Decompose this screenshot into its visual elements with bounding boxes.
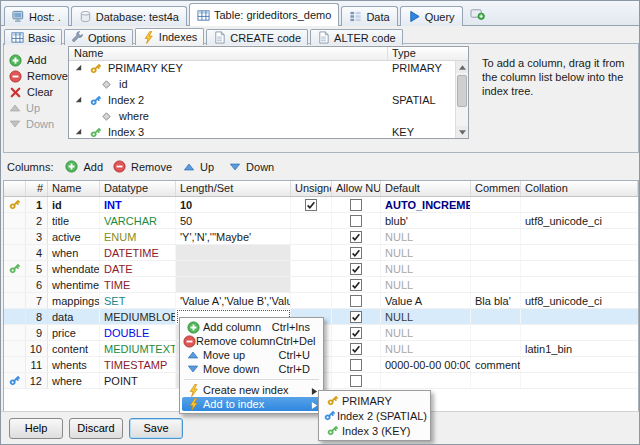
- length-set-cell[interactable]: 10: [176, 197, 291, 212]
- allow-null-cell[interactable]: [332, 197, 381, 212]
- index-tree-row[interactable]: Index 2SPATIAL: [69, 93, 468, 109]
- index-tree-row[interactable]: Index 3KEY: [69, 125, 468, 139]
- default-cell[interactable]: 0000-00-00 00:00:00: [381, 357, 471, 372]
- index-tree-row[interactable]: id: [69, 77, 468, 93]
- comment-cell[interactable]: [471, 373, 521, 388]
- default-cell[interactable]: blub': [381, 213, 471, 228]
- comment-cell[interactable]: [471, 325, 521, 340]
- datatype-cell[interactable]: POINT: [100, 373, 176, 388]
- index-tree-scrollbar[interactable]: [455, 61, 468, 138]
- default-cell[interactable]: NULL: [381, 229, 471, 244]
- columns-add-button[interactable]: Add: [65, 160, 103, 173]
- column-row-title[interactable]: 2titleVARCHAR50blub'utf8_unicode_ci: [4, 213, 638, 229]
- comment-cell[interactable]: [471, 309, 521, 324]
- columns-remove-button[interactable]: Remove: [113, 160, 172, 173]
- new-query-tab-icon[interactable]: [470, 7, 485, 20]
- allow-null-checkbox[interactable]: [350, 359, 362, 371]
- columns-up-button[interactable]: Up: [183, 161, 214, 173]
- column-name-cell[interactable]: title: [48, 213, 100, 228]
- default-cell[interactable]: [381, 373, 471, 388]
- column-header-#[interactable]: #: [26, 181, 48, 196]
- columns-down-button[interactable]: Down: [229, 161, 274, 173]
- allow-null-checkbox[interactable]: [350, 231, 362, 243]
- menu-item-add-column[interactable]: Add columnCtrl+Ins: [182, 320, 321, 334]
- unsigned-cell[interactable]: [291, 213, 332, 228]
- allow-null-checkbox[interactable]: [350, 311, 362, 323]
- allow-null-cell[interactable]: [332, 341, 381, 356]
- index-remove-button[interactable]: Remove: [9, 68, 68, 84]
- length-set-cell[interactable]: 'Value A','Value B','Value C': [176, 293, 291, 308]
- allow-null-cell[interactable]: [332, 261, 381, 276]
- column-header-name[interactable]: Name: [48, 181, 100, 196]
- allow-null-cell[interactable]: [332, 213, 381, 228]
- comment-cell[interactable]: comment: [471, 357, 521, 372]
- datatype-cell[interactable]: ENUM: [100, 229, 176, 244]
- column-name-cell[interactable]: id: [48, 197, 100, 212]
- column-header-allow-null[interactable]: Allow NULL: [332, 181, 381, 196]
- allow-null-checkbox[interactable]: [350, 343, 362, 355]
- comment-cell[interactable]: [471, 341, 521, 356]
- allow-null-checkbox[interactable]: [350, 247, 362, 259]
- allow-null-checkbox[interactable]: [350, 199, 362, 211]
- default-cell[interactable]: Value A: [381, 293, 471, 308]
- sub-tab-basic[interactable]: Basic: [4, 29, 62, 45]
- main-tab-database-test4a[interactable]: Database: test4a: [71, 6, 187, 26]
- datatype-cell[interactable]: DATE: [100, 261, 176, 276]
- sub-tab-alter-code[interactable]: ALTER code: [310, 29, 403, 45]
- unsigned-cell[interactable]: [291, 261, 332, 276]
- allow-null-cell[interactable]: [332, 357, 381, 372]
- datatype-cell[interactable]: INT: [100, 197, 176, 212]
- menu-item-move-up[interactable]: Move upCtrl+U: [182, 348, 321, 362]
- default-cell[interactable]: NULL: [381, 245, 471, 260]
- menu-item-create-new-index[interactable]: Create new index: [182, 383, 321, 397]
- datatype-cell[interactable]: DOUBLE: [100, 325, 176, 340]
- column-row-when[interactable]: 4whenDATETIMENULL: [4, 245, 638, 261]
- default-cell[interactable]: NULL: [381, 341, 471, 356]
- column-row-whendate[interactable]: 5whendateDATENULL: [4, 261, 638, 277]
- column-row-active[interactable]: 3activeENUM'Y','N','''Maybe'NULL: [4, 229, 638, 245]
- column-name-cell[interactable]: data: [48, 309, 100, 324]
- collation-cell[interactable]: [521, 373, 638, 388]
- allow-null-cell[interactable]: [332, 245, 381, 260]
- comment-cell[interactable]: Bla bla': [471, 293, 521, 308]
- allow-null-cell[interactable]: [332, 373, 381, 388]
- column-name-cell[interactable]: where: [48, 373, 100, 388]
- default-cell[interactable]: NULL: [381, 277, 471, 292]
- datatype-cell[interactable]: SET: [100, 293, 176, 308]
- sub-tab-indexes[interactable]: Indexes: [135, 28, 205, 45]
- comment-cell[interactable]: [471, 229, 521, 244]
- allow-null-cell[interactable]: [332, 293, 381, 308]
- unsigned-cell[interactable]: [291, 229, 332, 244]
- default-cell[interactable]: NULL: [381, 325, 471, 340]
- column-header-comment[interactable]: Comment: [471, 181, 521, 196]
- column-name-cell[interactable]: whents: [48, 357, 100, 372]
- comment-cell[interactable]: [471, 277, 521, 292]
- length-set-cell[interactable]: [176, 261, 291, 276]
- collation-cell[interactable]: latin1_bin: [521, 341, 638, 356]
- main-tab-data[interactable]: Data: [341, 6, 397, 26]
- default-cell[interactable]: NULL: [381, 309, 471, 324]
- allow-null-cell[interactable]: [332, 229, 381, 244]
- allow-null-cell[interactable]: [332, 309, 381, 324]
- index-add-button[interactable]: Add: [9, 52, 68, 68]
- unsigned-cell[interactable]: [291, 293, 332, 308]
- scrollbar-thumb[interactable]: [457, 75, 467, 107]
- length-set-cell[interactable]: [176, 277, 291, 292]
- main-tab-table-grideditors-demo[interactable]: Table: grideditors_demo: [189, 3, 339, 26]
- unsigned-checkbox[interactable]: [305, 199, 317, 211]
- menu-item-remove-column[interactable]: Remove columnCtrl+Del: [182, 334, 321, 348]
- collation-cell[interactable]: utf8_unicode_ci: [521, 213, 638, 228]
- allow-null-checkbox[interactable]: [350, 263, 362, 275]
- allow-null-cell[interactable]: [332, 325, 381, 340]
- column-name-cell[interactable]: whendate: [48, 261, 100, 276]
- datatype-cell[interactable]: TIMESTAMP: [100, 357, 176, 372]
- unsigned-cell[interactable]: [291, 197, 332, 212]
- collation-cell[interactable]: [521, 357, 638, 372]
- index-tree-row[interactable]: where: [69, 109, 468, 125]
- column-header-length-set[interactable]: Length/Set: [176, 181, 291, 196]
- tree-expand-icon[interactable]: [74, 126, 83, 138]
- column-header-rowicon[interactable]: [4, 181, 26, 196]
- column-header-unsigned[interactable]: Unsigned: [291, 181, 332, 196]
- main-tab-query[interactable]: Query: [400, 6, 463, 26]
- column-name-cell[interactable]: content: [48, 341, 100, 356]
